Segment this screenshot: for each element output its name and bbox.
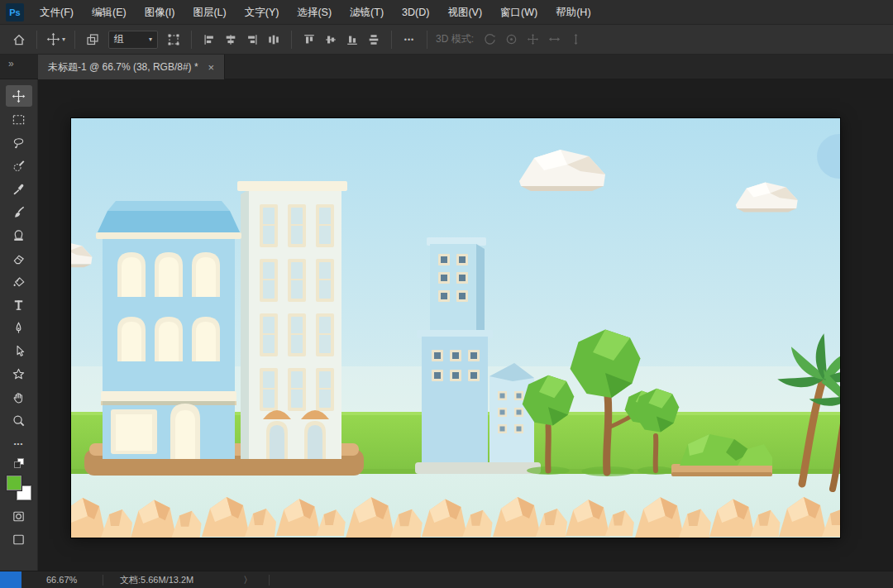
home-icon [12,32,26,47]
menu-layer[interactable]: 图层(L) [184,0,235,25]
align-top-button[interactable] [298,29,320,50]
layers-icon [85,32,100,47]
auto-select-target-dropdown[interactable]: 组 ▾ [108,31,158,49]
custom-shape-icon [12,367,26,381]
document-canvas[interactable] [71,118,840,538]
more-options-button[interactable]: ••• [399,29,420,50]
document-tab-title: 未标题-1 @ 66.7% (38, RGB/8#) * [48,60,198,74]
distribute-vertical-button[interactable] [363,29,384,50]
document-size-label: 文档:5.66M/13.2M [120,574,193,586]
caret-down-icon: ▾ [149,36,152,43]
align-right-icon [246,33,259,46]
align-left-button[interactable] [198,29,220,50]
divider [427,31,427,49]
menu-3d[interactable]: 3D(D) [393,0,438,25]
document-tab-bar: » 未标题-1 @ 66.7% (38, RGB/8#) * × [0,55,893,79]
distribute-horizontal-icon [267,33,280,46]
canvas-workspace [38,79,893,571]
zoom-level-field[interactable]: 66.67% [46,575,96,585]
tool-type[interactable] [6,294,32,315]
3d-slide-button [543,29,565,50]
color-swatches [7,476,31,500]
tool-custom-shape[interactable] [6,363,32,385]
screen-mode-button[interactable] [6,528,32,550]
menu-file[interactable]: 文件(F) [31,0,83,25]
tool-hand[interactable] [6,386,32,408]
tool-paint-bucket[interactable] [6,270,32,292]
3d-dolly-icon [569,32,583,46]
align-top-icon [303,33,316,46]
taskbar-corner [0,571,21,588]
home-button[interactable] [8,29,30,50]
edit-toolbar-button[interactable]: ••• [6,433,32,454]
quick-selection-icon [12,159,26,173]
tool-direct-selection[interactable] [6,340,32,361]
clone-stamp-icon [12,228,26,242]
move-icon [46,32,60,46]
tool-quick-selection[interactable] [6,155,32,176]
menu-view[interactable]: 视图(V) [438,0,491,25]
screen-mode-icon [12,533,26,547]
show-transform-controls-toggle[interactable] [163,29,184,50]
auto-select-toggle[interactable] [82,29,103,50]
divider [36,31,37,49]
align-left-icon [203,33,216,46]
rectangular-marquee-icon [12,112,26,127]
3d-orbit-button [479,29,500,50]
3d-pan-icon [526,32,540,46]
tool-rectangular-marquee[interactable] [6,108,32,130]
lasso-icon [12,136,26,150]
3d-roll-button [500,29,522,50]
menu-type[interactable]: 文字(Y) [236,0,289,25]
ellipsis-icon: ••• [404,36,414,44]
caret-down-icon: ▾ [62,36,65,43]
align-bottom-icon [346,33,359,46]
auto-select-value: 组 [114,32,124,46]
align-right-button[interactable] [241,29,263,50]
tool-eyedropper[interactable] [6,178,32,199]
tool-clone-stamp[interactable] [6,224,32,246]
3d-roll-icon [504,32,518,46]
status-chevron-icon[interactable]: 〉 [243,574,252,586]
document-tab[interactable]: 未标题-1 @ 66.7% (38, RGB/8#) * × [38,55,225,79]
menu-help[interactable]: 帮助(H) [547,0,599,25]
menu-image[interactable]: 图像(I) [136,0,184,25]
3d-slide-icon [547,32,561,46]
distribute-horizontal-button[interactable] [263,29,284,50]
default-colors-icon [13,457,25,469]
align-bottom-button[interactable] [341,29,363,50]
align-center-horizontal-button[interactable] [220,29,241,50]
zoom-icon [12,414,26,428]
align-middle-vertical-button[interactable] [320,29,341,50]
document-info-field[interactable]: 文档:5.66M/13.2M 〉 [110,571,262,588]
distribute-vertical-icon [367,33,380,46]
tool-zoom[interactable] [6,409,32,431]
foreground-color-swatch[interactable] [7,476,21,490]
tab-close-icon[interactable]: × [208,61,215,74]
panel-collapse-icon[interactable]: » [8,58,14,69]
tool-eraser[interactable] [6,247,32,269]
divider [103,575,103,586]
tool-pen[interactable] [6,317,32,338]
quick-mask-icon [12,509,26,523]
quick-mask-button[interactable] [6,505,32,527]
tool-move[interactable] [6,85,32,107]
divider [291,31,292,49]
menu-window[interactable]: 窗口(W) [491,0,547,25]
menu-bar: Ps 文件(F) 编辑(E) 图像(I) 图层(L) 文字(Y) 选择(S) 滤… [0,0,893,25]
align-middle-vertical-icon [324,33,337,46]
divider [191,31,192,49]
tool-brush[interactable] [6,201,32,222]
3d-orbit-icon [483,32,497,46]
pen-icon [12,321,26,335]
divider [391,31,392,49]
current-tool-button[interactable]: ▾ [44,29,68,50]
default-colors-button[interactable] [6,456,32,471]
menu-edit[interactable]: 编辑(E) [83,0,136,25]
status-bar: 66.67% 文档:5.66M/13.2M 〉 [0,571,893,588]
menu-select[interactable]: 选择(S) [288,0,341,25]
photoshop-logo: Ps [6,3,24,22]
3d-dolly-button [565,29,586,50]
tool-lasso[interactable] [6,131,32,153]
menu-filter[interactable]: 滤镜(T) [341,0,393,25]
